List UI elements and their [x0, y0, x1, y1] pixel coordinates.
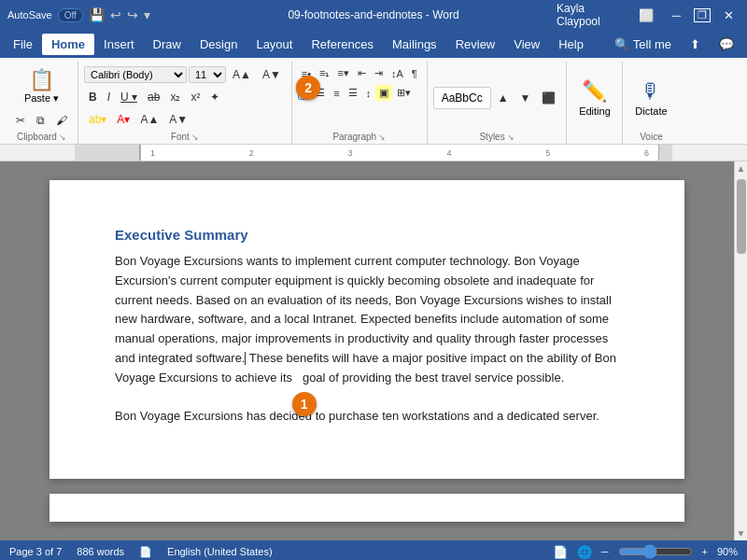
text-cursor — [245, 352, 246, 365]
proofing-icon[interactable]: 📄 — [139, 546, 152, 558]
font-face-select[interactable]: Calibri (Body) — [84, 66, 187, 83]
ribbon-editing-group: ✏️ Editing — [567, 62, 623, 144]
styles-scroll-down[interactable]: ▼ — [515, 89, 536, 107]
clipboard-label: Clipboard ↘ — [11, 130, 72, 144]
menu-insert[interactable]: Insert — [94, 34, 144, 55]
search-box[interactable]: 🔍 Tell me — [605, 34, 681, 55]
menu-draw[interactable]: Draw — [144, 34, 190, 55]
redo-icon[interactable]: ↪ — [127, 7, 138, 22]
ruler-inner: 123456 — [140, 145, 659, 161]
numbering-button[interactable]: ≡₁ — [316, 65, 332, 81]
undo-icon[interactable]: ↩ — [110, 7, 121, 22]
shading-button[interactable]: ▣ — [375, 85, 392, 101]
text-highlight-button[interactable]: ab▾ — [84, 110, 111, 129]
save-icon[interactable]: 💾 — [89, 7, 105, 22]
zoom-in-icon[interactable]: + — [702, 546, 708, 557]
share-icon[interactable]: ⬆ — [681, 34, 710, 55]
font-size-up-button[interactable]: A▲ — [135, 110, 163, 129]
ribbon-paragraph-group: ≡• ≡₁ ≡▾ ⇤ ⇥ ↕A ¶ ≡ 2 ☰ ≡ — [292, 62, 428, 144]
dictate-icon: 🎙 — [641, 79, 661, 104]
menu-file[interactable]: File — [4, 34, 42, 55]
font-dialog-launcher[interactable]: ↘ — [191, 133, 199, 142]
borders-button[interactable]: ⊞▾ — [393, 85, 415, 101]
menu-view[interactable]: View — [504, 34, 549, 55]
subscript-button[interactable]: x₂ — [165, 88, 185, 106]
menu-mailings[interactable]: Mailings — [383, 34, 446, 55]
menu-layout[interactable]: Layout — [247, 34, 302, 55]
strikethrough-button[interactable]: ab — [143, 88, 164, 106]
web-layout-icon[interactable]: 🌐 — [577, 545, 592, 559]
menu-bar: File Home Insert Draw Design Layout Refe… — [0, 30, 747, 58]
justify-button[interactable]: ☰ — [345, 85, 361, 101]
clipboard-dialog-launcher[interactable]: ↘ — [59, 133, 66, 142]
font-color-button[interactable]: A▾ — [112, 110, 134, 129]
menu-help[interactable]: Help — [549, 34, 593, 55]
zoom-out-icon[interactable]: ─ — [601, 546, 609, 557]
cursor-1-area: 1 — [296, 371, 303, 385]
page-container: Executive Summary Bon Voyage Excursions … — [0, 161, 734, 540]
styles-scroll-up[interactable]: ▲ — [493, 89, 514, 107]
multilevel-list-button[interactable]: ≡▾ — [333, 65, 352, 81]
paragraph-dialog-launcher[interactable]: ↘ — [378, 133, 386, 142]
print-layout-icon[interactable]: 📄 — [553, 545, 568, 559]
decrease-indent-button[interactable]: ⇤ — [354, 65, 370, 81]
comments-icon[interactable]: 💬 — [710, 34, 743, 55]
ribbon-styles-group: AaBbCc ▲ ▼ ⬛ Styles ↘ — [428, 62, 568, 144]
align-right-button[interactable]: ≡ — [330, 85, 343, 101]
minimize-button[interactable]: ─ — [667, 7, 686, 24]
editing-icon: ✏️ — [582, 79, 607, 104]
decrease-font-button[interactable]: A▼ — [258, 65, 286, 84]
styles-dialog-launcher[interactable]: ↘ — [507, 133, 514, 142]
paste-button[interactable]: 📋 Paste ▾ — [18, 65, 65, 107]
cut-button[interactable]: ✂ — [11, 111, 30, 130]
line-spacing-button[interactable]: ↕ — [362, 85, 375, 101]
restore-button[interactable]: ❐ — [694, 8, 711, 22]
autosave-toggle[interactable]: Off — [58, 8, 83, 22]
zoom-slider[interactable] — [618, 544, 693, 559]
italic-button[interactable]: I — [103, 88, 115, 106]
copy-button[interactable]: ⧉ — [32, 111, 49, 130]
scroll-up-arrow[interactable]: ▲ — [735, 161, 747, 175]
ribbon-clipboard-group: 📋 Paste ▾ ✂ ⧉ 🖌 Clipboard ↘ — [6, 62, 78, 144]
font-size-down-button[interactable]: A▼ — [164, 110, 192, 129]
menu-home[interactable]: Home — [42, 34, 94, 55]
status-right: 📄 🌐 ─ + 90% — [553, 544, 738, 559]
bold-button[interactable]: B — [84, 88, 102, 106]
format-painter-button[interactable]: 🖌 — [51, 111, 72, 130]
menu-design[interactable]: Design — [190, 34, 247, 55]
zoom-level: 90% — [717, 546, 738, 557]
font-size-select[interactable]: 11 — [189, 66, 226, 83]
dictate-label[interactable]: Dictate — [635, 105, 667, 117]
clear-formatting-button[interactable]: ✦ — [205, 88, 224, 106]
menu-references[interactable]: References — [302, 34, 382, 55]
vertical-scrollbar[interactable]: ▲ ▼ — [734, 161, 747, 540]
close-button[interactable]: ✕ — [718, 7, 740, 24]
cursor-badge-1: 1 — [292, 392, 317, 416]
document-area: Executive Summary Bon Voyage Excursions … — [0, 161, 747, 540]
paste-label: Paste ▾ — [24, 92, 59, 105]
language: English (United States) — [167, 546, 273, 557]
word-count: 886 words — [77, 546, 124, 557]
scroll-down-arrow[interactable]: ▼ — [735, 526, 747, 540]
ribbon: 📋 Paste ▾ ✂ ⧉ 🖌 Clipboard ↘ Calibri (Bo — [0, 58, 747, 145]
sort-button[interactable]: ↕A — [388, 65, 407, 81]
increase-font-button[interactable]: A▲ — [228, 65, 256, 84]
title-bar: AutoSave Off 💾 ↩ ↪ ▾ 09-footnotes-and-en… — [0, 0, 747, 30]
increase-indent-button[interactable]: ⇥ — [371, 65, 387, 81]
scroll-thumb[interactable] — [737, 179, 746, 254]
styles-more[interactable]: ⬛ — [537, 89, 560, 107]
scroll-track[interactable] — [735, 175, 747, 526]
paragraph-2: Bon Voyage Excursions has decided to pur… — [115, 407, 619, 427]
styles-gallery[interactable]: AaBbCc — [433, 87, 491, 109]
document-page[interactable]: Executive Summary Bon Voyage Excursions … — [49, 180, 684, 479]
show-hide-button[interactable]: ¶ — [408, 65, 421, 81]
voice-footer: Voice — [640, 130, 662, 144]
superscript-button[interactable]: x² — [186, 88, 204, 106]
document-heading: Executive Summary — [115, 227, 619, 243]
paste-icon: 📋 — [29, 68, 54, 92]
ribbon-display-icon[interactable]: ⬜ — [633, 7, 659, 24]
status-bar: Page 3 of 7 886 words 📄 English (United … — [0, 540, 747, 560]
customize-qat-icon[interactable]: ▾ — [144, 7, 150, 22]
menu-review[interactable]: Review — [446, 34, 505, 55]
underline-button[interactable]: U ▾ — [116, 88, 142, 106]
